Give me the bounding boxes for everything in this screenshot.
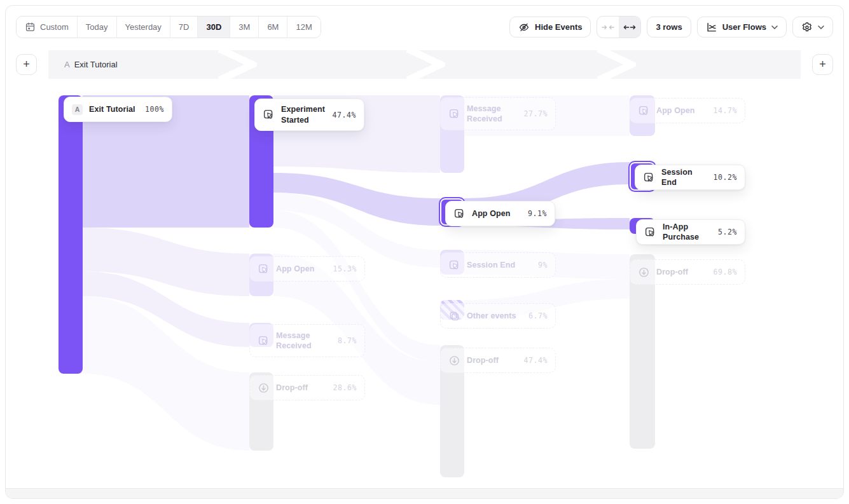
node-percent: 6.7% (528, 311, 548, 320)
expand-columns-button[interactable] (619, 17, 640, 37)
drop-off-icon (258, 382, 270, 394)
step-chevron-separator (597, 50, 636, 79)
rows-button[interactable]: 3 rows (647, 17, 691, 37)
node-label: Drop-off (467, 355, 517, 365)
event-icon (448, 259, 460, 271)
date-range-label: Custom (40, 22, 69, 32)
node-label: Message Received (276, 330, 331, 351)
node-card-exit-tutorial-1[interactable]: AExit Tutorial100% (64, 97, 172, 122)
date-range-yesterday[interactable]: Yesterday (116, 17, 170, 37)
add-step-left-button[interactable]: + (16, 54, 37, 75)
node-percent: 8.7% (338, 336, 357, 345)
event-a-badge: A (72, 104, 83, 115)
settings-button[interactable] (792, 17, 833, 37)
date-range-label: 12M (296, 22, 312, 32)
start-event-label: A Exit Tutorial (64, 60, 118, 69)
view-selector-label: User Flows (722, 22, 766, 32)
plus-icon: + (23, 58, 30, 71)
date-range-3m[interactable]: 3M (230, 17, 258, 37)
calendar-icon (25, 22, 36, 32)
eye-off-icon (518, 22, 530, 33)
node-label: Session End (467, 260, 532, 270)
drop-off-icon (448, 355, 460, 367)
node-percent: 10.2% (713, 173, 737, 182)
date-range-label: Yesterday (125, 22, 162, 32)
toolbar: CustomTodayYesterday7D30D3M6M12M Hide Ev… (16, 16, 833, 38)
node-label: Drop-off (276, 383, 326, 393)
date-range-label: 6M (267, 22, 279, 32)
event-icon (644, 226, 656, 238)
node-label: Session End (661, 167, 707, 188)
step-chevron-separator (217, 50, 257, 79)
node-percent: 15.3% (333, 264, 357, 273)
hide-events-button[interactable]: Hide Events (509, 17, 591, 37)
node-card-in-app-purchase-4[interactable]: In-App Purchase5.2% (636, 219, 745, 245)
event-icon (263, 109, 275, 121)
event-icon (638, 105, 650, 117)
other-events-icon (448, 310, 460, 322)
date-range-today[interactable]: Today (77, 17, 116, 37)
node-label: Exit Tutorial (89, 104, 139, 114)
date-range-label: 7D (179, 22, 190, 32)
node-card-drop-off-2[interactable]: Drop-off28.6% (249, 375, 365, 400)
date-range-label: Today (86, 22, 108, 32)
date-range-7d[interactable]: 7D (170, 17, 198, 37)
collapse-columns-button[interactable] (597, 17, 619, 37)
drop-off-icon (638, 266, 650, 278)
node-card-app-open-2[interactable]: App Open15.3% (249, 256, 365, 282)
node-label: App Open (276, 264, 326, 274)
node-card-app-open-4[interactable]: App Open14.7% (630, 98, 745, 123)
plus-icon: + (819, 58, 826, 71)
node-label: Other events (467, 311, 522, 321)
node-label: Experiment Started (281, 104, 326, 125)
date-range-label: 3M (238, 22, 250, 32)
event-icon (453, 208, 466, 220)
start-event-prefix: A (64, 60, 70, 69)
node-card-session-end-4[interactable]: Session End10.2% (635, 165, 745, 190)
chevron-down-icon (771, 25, 778, 29)
node-card-message-received-2[interactable]: Message Received8.7% (249, 324, 365, 357)
footer-strip (6, 488, 843, 498)
node-card-app-open-3[interactable]: App Open9.1% (445, 201, 555, 226)
node-label: In-App Purchase (663, 222, 712, 243)
node-card-message-received-3[interactable]: Message Received27.7% (440, 97, 556, 130)
expand-columns-icon (623, 24, 636, 31)
date-range-30d[interactable]: 30D (197, 17, 230, 37)
node-percent: 9.1% (528, 209, 547, 218)
date-range-custom[interactable]: Custom (17, 17, 77, 37)
collapse-columns-icon (602, 24, 614, 31)
add-step-right-button[interactable]: + (812, 54, 833, 75)
node-card-drop-off-3[interactable]: Drop-off47.4% (440, 348, 556, 373)
step-header-bar[interactable]: A Exit Tutorial (48, 50, 801, 79)
step-chevron-separator (406, 50, 445, 79)
chevron-down-icon (818, 25, 824, 29)
node-card-session-end-3[interactable]: Session End9% (440, 252, 556, 278)
hide-events-label: Hide Events (535, 22, 582, 32)
start-event-title: Exit Tutorial (74, 60, 118, 69)
node-card-experiment-started-2[interactable]: Experiment Started47.4% (254, 99, 364, 131)
node-label: Message Received (467, 104, 517, 125)
node-percent: 28.6% (333, 383, 357, 392)
node-percent: 47.4% (523, 356, 548, 365)
node-bar-exit-tutorial-1[interactable] (59, 95, 83, 374)
rows-label: 3 rows (656, 22, 682, 32)
user-flows-panel: CustomTodayYesterday7D30D3M6M12M Hide Ev… (5, 5, 844, 499)
step-header-row: + A Exit Tutorial + (16, 50, 833, 79)
node-label: App Open (472, 208, 521, 219)
event-icon (258, 335, 270, 347)
date-range-12m[interactable]: 12M (287, 17, 320, 37)
node-percent: 69.8% (713, 268, 737, 276)
event-icon (448, 108, 460, 120)
node-card-drop-off-4[interactable]: Drop-off69.8% (630, 259, 745, 285)
node-card-other-events-3[interactable]: Other events6.7% (440, 303, 556, 329)
node-label: Drop-off (656, 267, 707, 277)
user-flows-chart-icon (706, 22, 717, 33)
column-width-toggle (597, 16, 641, 38)
date-range-6m[interactable]: 6M (258, 17, 287, 37)
event-icon (258, 263, 270, 275)
date-range-group: CustomTodayYesterday7D30D3M6M12M (16, 16, 321, 38)
view-selector-button[interactable]: User Flows (697, 17, 787, 37)
node-percent: 47.4% (332, 111, 356, 119)
gear-icon (801, 22, 813, 33)
node-percent: 5.2% (718, 228, 737, 236)
